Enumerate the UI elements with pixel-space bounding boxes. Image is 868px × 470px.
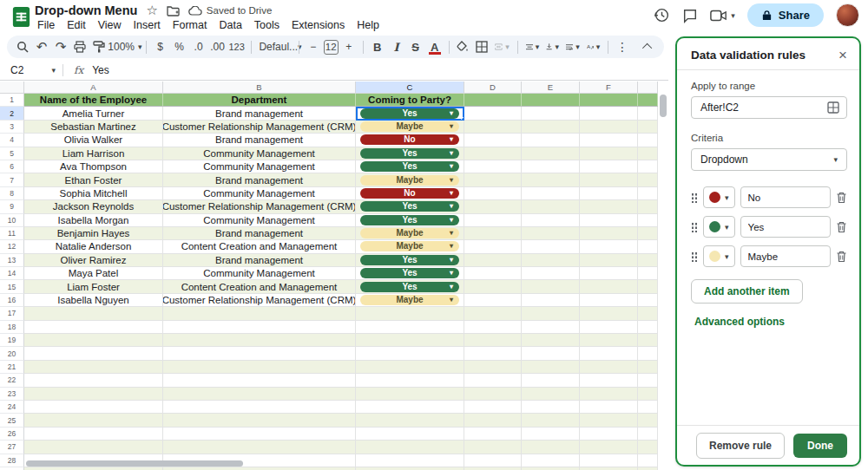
cell-F24[interactable] [580, 401, 638, 414]
cell-E20[interactable] [522, 347, 580, 360]
cell-x6[interactable] [638, 160, 658, 173]
cell-C22[interactable] [356, 374, 464, 387]
menu-item-data[interactable]: Data [213, 18, 247, 32]
row-header-23[interactable]: 23 [0, 388, 24, 401]
row-header-10[interactable]: 10 [0, 214, 24, 227]
cell-E9[interactable] [522, 200, 580, 213]
cell-A5[interactable]: Liam Harrison [24, 147, 163, 160]
cell-x22[interactable] [638, 374, 658, 387]
cell-B27[interactable] [163, 441, 356, 454]
cell-B24[interactable] [163, 401, 356, 414]
cell-x3[interactable] [638, 121, 658, 134]
cell-C21[interactable] [356, 361, 464, 374]
delete-item-icon[interactable] [836, 251, 847, 263]
row-header-20[interactable]: 20 [0, 347, 24, 360]
cell-x4[interactable] [638, 134, 658, 147]
star-icon[interactable]: ☆ [146, 3, 157, 18]
print-icon[interactable] [71, 37, 89, 56]
cell-E19[interactable] [522, 334, 580, 347]
font-size-input[interactable]: 12 [324, 40, 339, 55]
dropdown-chip-maybe[interactable]: Maybe▾ [360, 228, 459, 238]
row-header-19[interactable]: 19 [0, 334, 24, 347]
add-another-item-button[interactable]: Add another item [691, 279, 803, 304]
delete-item-icon[interactable] [836, 192, 847, 204]
dropdown-chip-maybe[interactable]: Maybe▾ [360, 295, 459, 305]
cell-F15[interactable] [580, 280, 638, 293]
vertical-scrollbar[interactable] [660, 95, 667, 117]
paint-format-icon[interactable] [90, 37, 108, 56]
cell-E15[interactable] [522, 280, 580, 293]
cell-x19[interactable] [638, 334, 658, 347]
menu-item-edit[interactable]: Edit [61, 18, 92, 32]
item-label-input-1[interactable] [740, 216, 831, 238]
comments-icon[interactable] [682, 8, 698, 23]
menu-item-extensions[interactable]: Extensions [286, 18, 351, 32]
cell-B13[interactable]: Brand management [163, 254, 356, 267]
cell-E16[interactable] [522, 294, 580, 307]
cell-A26[interactable] [24, 428, 163, 441]
menu-item-view[interactable]: View [92, 18, 128, 32]
row-header-21[interactable]: 21 [0, 361, 24, 374]
row-header-7[interactable]: 7 [0, 173, 24, 186]
cell-B25[interactable] [163, 414, 356, 427]
cell-C8[interactable]: No▾ [356, 187, 464, 200]
cell-F11[interactable] [580, 227, 638, 240]
cell-B6[interactable]: Community Management [163, 160, 356, 173]
cell-B22[interactable] [163, 374, 356, 387]
cell-D14[interactable] [464, 267, 522, 280]
item-color-select[interactable]: ▾ [703, 216, 735, 238]
dropdown-chip-yes[interactable]: Yes▾ [360, 148, 459, 159]
format-currency-button[interactable]: $ [152, 37, 169, 56]
drag-handle-icon[interactable] [691, 251, 698, 262]
horizontal-align-icon[interactable]: ▾ [523, 37, 542, 56]
cell-A22[interactable] [24, 374, 163, 387]
cell-D19[interactable] [464, 334, 522, 347]
dropdown-chip-maybe[interactable]: Maybe▾ [360, 241, 459, 251]
cell-B9[interactable]: Customer Relationship Management (CRM) [163, 200, 356, 213]
column-header-c[interactable]: C [356, 82, 464, 94]
cell-x10[interactable] [638, 214, 658, 227]
cell-E18[interactable] [522, 321, 580, 334]
cell-B14[interactable]: Community Management [163, 267, 356, 280]
menu-item-tools[interactable]: Tools [248, 18, 286, 32]
cell-C28[interactable] [356, 454, 464, 467]
select-range-icon[interactable] [827, 101, 839, 114]
cell-B3[interactable]: Customer Relationship Management (CRM) [163, 121, 356, 134]
item-color-select[interactable]: ▾ [703, 186, 735, 208]
row-header-27[interactable]: 27 [0, 441, 24, 454]
cell-x18[interactable] [638, 321, 658, 334]
strikethrough-button[interactable]: S [407, 37, 424, 56]
cell-x17[interactable] [638, 307, 658, 320]
cell-A14[interactable]: Maya Patel [24, 267, 163, 280]
cell-A2[interactable]: Amelia Turner [24, 107, 163, 120]
cell-B2[interactable]: Brand management [163, 107, 356, 120]
cell-F18[interactable] [580, 321, 638, 334]
close-icon[interactable]: × [838, 49, 847, 62]
dropdown-chip-yes[interactable]: Yes▾ [360, 282, 459, 292]
cell-B12[interactable]: Content Creation and Management [163, 240, 356, 253]
merge-cells-icon[interactable]: ▾ [492, 37, 511, 56]
row-header-12[interactable]: 12 [0, 240, 24, 253]
more-options-icon[interactable]: ⋮ [614, 37, 631, 56]
cell-B7[interactable]: Brand management [163, 173, 356, 186]
cell-C3[interactable]: Maybe▾ [356, 121, 464, 134]
cell-A25[interactable] [24, 414, 163, 427]
cell-E27[interactable] [522, 441, 580, 454]
search-icon[interactable] [14, 37, 31, 56]
row-header-9[interactable]: 9 [0, 200, 24, 213]
delete-item-icon[interactable] [836, 221, 847, 233]
row-header-3[interactable]: 3 [0, 121, 24, 134]
cell-x24[interactable] [638, 401, 658, 414]
cell-D26[interactable] [464, 428, 522, 441]
range-input[interactable]: After!C2 [691, 96, 847, 119]
document-status[interactable]: Saved to Drive [188, 5, 272, 16]
dropdown-chip-yes[interactable]: Yes▾ [360, 201, 459, 212]
cell-C11[interactable]: Maybe▾ [356, 227, 464, 240]
drag-handle-icon[interactable] [691, 222, 698, 232]
decrease-decimal-button[interactable]: .0 [190, 37, 207, 56]
text-rotation-icon[interactable]: A▾ [584, 37, 603, 56]
cell-B15[interactable]: Content Creation and Management [163, 280, 356, 293]
cell-D4[interactable] [464, 134, 522, 147]
cell-F25[interactable] [580, 414, 638, 427]
cell-B19[interactable] [163, 334, 356, 347]
